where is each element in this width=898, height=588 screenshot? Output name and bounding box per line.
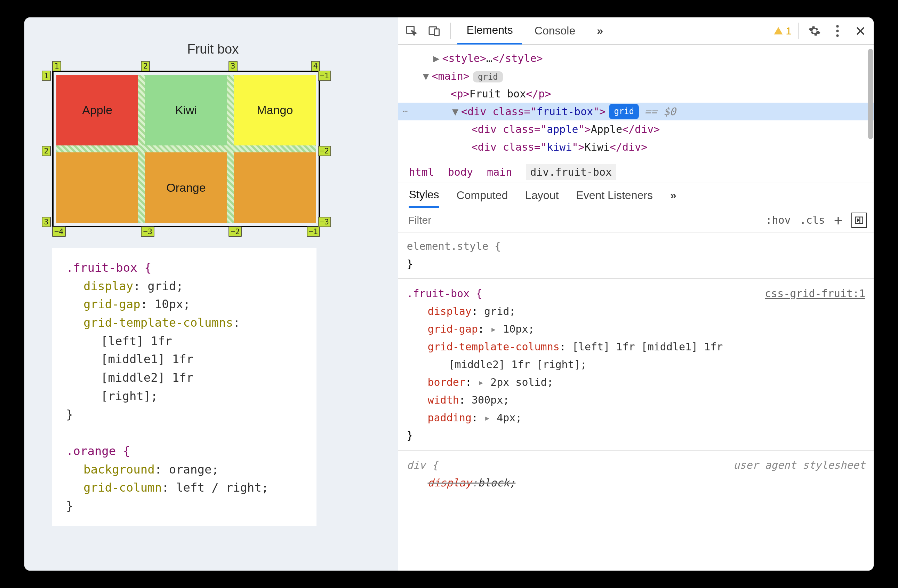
svg-point-4 [836,29,838,32]
grid-line-num: −1 [307,226,320,237]
breadcrumb-item-active[interactable]: div.fruit-box [526,164,616,180]
tab-layout[interactable]: Layout [525,189,558,202]
styles-tabs: Styles Computed Layout Event Listeners » [398,183,873,208]
grid-line-num: 3 [229,61,238,71]
tab-computed[interactable]: Computed [457,189,508,202]
grid-line-num: 2 [141,61,150,71]
warning-indicator[interactable]: 1 [773,25,792,37]
grid-line-num: 4 [311,61,320,71]
cls-toggle[interactable]: .cls [800,214,825,226]
devtools-panel: Elements Console » 1 ▶<style>…</style> [398,17,873,571]
grid-line-num: 2 [42,146,51,156]
tab-event-listeners[interactable]: Event Listeners [576,189,653,202]
source-code-block: .fruit-box { display: grid; grid-gap: 10… [52,248,317,526]
scrollbar-thumb[interactable] [868,49,873,139]
new-rule-icon[interactable]: + [834,212,843,228]
grid-line-num: 3 [42,217,51,227]
breadcrumb-item[interactable]: body [448,166,473,178]
devtools-toolbar: Elements Console » 1 [398,17,873,45]
grid-badge[interactable]: grid [473,71,503,82]
tab-elements[interactable]: Elements [457,17,522,45]
rendered-page: Fruit box Apple Kiwi Mango Orange 1 2 3 … [25,17,398,571]
grid-line-num: −2 [318,146,331,156]
source-link[interactable]: css-grid-fruit:1 [765,285,865,302]
grid-demo: Apple Kiwi Mango Orange 1 2 3 4 −4 −3 −2… [52,71,320,227]
grid-line-num: −4 [52,226,66,237]
device-toggle-icon[interactable] [424,21,444,41]
tabs-overflow-icon[interactable]: » [588,17,612,45]
dom-tree[interactable]: ▶<style>…</style> ▼<main>grid <p>Fruit b… [398,45,873,161]
grid-line-num: −2 [229,226,242,237]
grid-badge-active[interactable]: grid [609,104,639,119]
hov-toggle[interactable]: :hov [766,214,790,226]
cell-mango: Mango [234,75,316,145]
svg-rect-2 [434,29,439,36]
grid-line-num: −3 [141,226,154,237]
cell-orange: Orange [56,152,316,223]
breadcrumb[interactable]: html body main div.fruit-box [398,161,873,183]
kebab-icon[interactable] [828,21,847,41]
styles-filter-row: :hov .cls + [398,208,873,232]
close-icon[interactable] [851,21,870,41]
breadcrumb-item[interactable]: main [487,166,512,178]
breadcrumb-item[interactable]: html [409,166,434,178]
cell-kiwi: Kiwi [145,75,227,145]
grid-line-num: 1 [52,61,61,71]
tab-styles[interactable]: Styles [409,183,439,208]
svg-point-5 [836,34,838,37]
inspect-icon[interactable] [402,21,421,41]
tabs-overflow-icon[interactable]: » [670,189,677,202]
settings-icon[interactable] [805,21,824,41]
grid-line-num: −3 [318,217,331,227]
styles-panel[interactable]: element.style { } .fruit-box {css-grid-f… [398,232,873,571]
grid-line-num: −1 [318,71,331,81]
cell-apple: Apple [56,75,138,145]
sidebar-toggle-icon[interactable] [851,212,867,228]
svg-point-3 [836,25,838,28]
filter-input[interactable] [405,212,757,229]
page-title: Fruit box [187,42,238,57]
grid-line-num: 1 [42,71,51,81]
selected-dom-node[interactable]: ⋯ ▼<div class="fruit-box"> grid == $0 [398,103,873,120]
tab-console[interactable]: Console [526,17,584,45]
